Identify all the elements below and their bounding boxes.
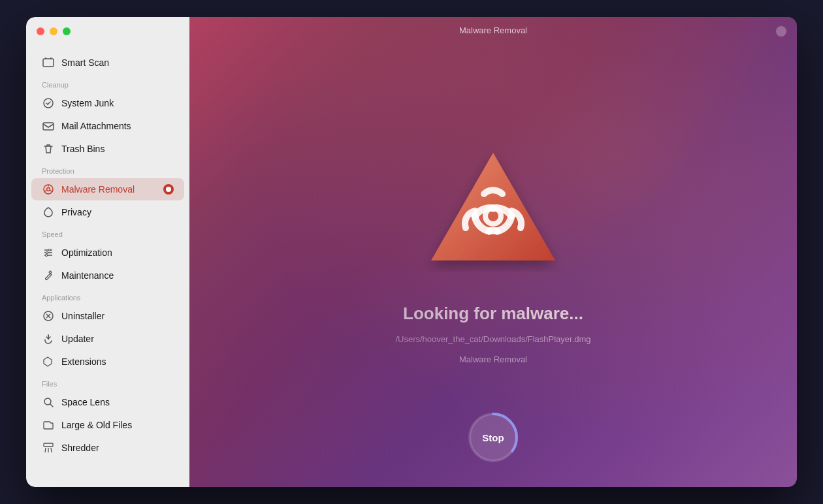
maintenance-label: Maintenance bbox=[61, 270, 174, 281]
system-junk-icon bbox=[42, 97, 55, 110]
mail-attachments-label: Mail Attachments bbox=[61, 121, 174, 131]
sidebar-item-mail-attachments[interactable]: Mail Attachments bbox=[31, 115, 184, 137]
svg-point-15 bbox=[46, 255, 48, 257]
main-window: Smart Scan Cleanup System Junk Mail Atta… bbox=[26, 17, 797, 487]
status-text: Looking for malware... bbox=[403, 304, 583, 324]
sidebar-item-extensions[interactable]: Extensions bbox=[31, 351, 184, 373]
svg-rect-21 bbox=[44, 443, 53, 447]
biohazard-icon-container bbox=[421, 143, 565, 280]
section-protection: Protection bbox=[26, 161, 189, 178]
biohazard-icon bbox=[421, 143, 565, 274]
main-content: Malware Removal bbox=[189, 17, 797, 487]
svg-rect-0 bbox=[43, 59, 54, 67]
maximize-button[interactable] bbox=[63, 27, 71, 35]
module-label: Malware Removal bbox=[459, 354, 527, 364]
malware-icon bbox=[42, 183, 55, 196]
svg-line-20 bbox=[50, 404, 53, 407]
malware-badge bbox=[163, 184, 174, 195]
malware-removal-label: Malware Removal bbox=[61, 184, 157, 195]
section-cleanup: Cleanup bbox=[26, 74, 189, 91]
system-junk-label: System Junk bbox=[61, 98, 174, 108]
large-files-icon bbox=[42, 418, 55, 432]
sidebar: Smart Scan Cleanup System Junk Mail Atta… bbox=[26, 17, 189, 487]
sidebar-item-system-junk[interactable]: System Junk bbox=[31, 92, 184, 114]
sidebar-item-updater[interactable]: Updater bbox=[31, 328, 184, 350]
trash-bins-label: Trash Bins bbox=[61, 144, 174, 154]
section-applications: Applications bbox=[26, 287, 189, 304]
section-files: Files bbox=[26, 373, 189, 390]
svg-point-13 bbox=[46, 252, 48, 254]
traffic-lights bbox=[37, 27, 71, 35]
stop-button-container: Stop bbox=[470, 414, 517, 461]
file-path: /Users/hoover_the_cat/Downloads/FlashPla… bbox=[395, 334, 590, 344]
stop-button[interactable]: Stop bbox=[470, 414, 517, 461]
sidebar-item-space-lens[interactable]: Space Lens bbox=[31, 391, 184, 413]
space-lens-label: Space Lens bbox=[61, 397, 174, 407]
extensions-label: Extensions bbox=[61, 356, 174, 367]
sidebar-item-maintenance[interactable]: Maintenance bbox=[31, 264, 184, 287]
optimization-icon bbox=[42, 246, 55, 259]
sidebar-item-large-old-files[interactable]: Large & Old Files bbox=[31, 414, 184, 436]
sidebar-item-optimization[interactable]: Optimization bbox=[31, 242, 184, 264]
shredder-icon bbox=[42, 441, 55, 454]
svg-line-22 bbox=[45, 448, 46, 452]
titlebar bbox=[26, 17, 797, 46]
svg-point-6 bbox=[47, 188, 50, 191]
svg-line-9 bbox=[45, 191, 46, 191]
smart-scan-label: Smart Scan bbox=[61, 57, 174, 68]
section-speed: Speed bbox=[26, 224, 189, 241]
uninstaller-label: Uninstaller bbox=[61, 311, 174, 321]
shredder-label: Shredder bbox=[61, 443, 174, 453]
sidebar-item-malware-removal[interactable]: Malware Removal bbox=[31, 178, 184, 200]
svg-line-8 bbox=[50, 191, 52, 191]
progress-ring bbox=[467, 411, 519, 464]
sidebar-item-shredder[interactable]: Shredder bbox=[31, 437, 184, 459]
extensions-icon bbox=[42, 355, 55, 368]
sidebar-item-uninstaller[interactable]: Uninstaller bbox=[31, 305, 184, 327]
maintenance-icon bbox=[42, 269, 55, 282]
space-lens-icon bbox=[42, 396, 55, 409]
sidebar-item-smart-scan[interactable]: Smart Scan bbox=[31, 52, 184, 74]
sidebar-item-trash-bins[interactable]: Trash Bins bbox=[31, 138, 184, 160]
privacy-label: Privacy bbox=[61, 207, 174, 217]
content-area: Looking for malware... /Users/hoover_the… bbox=[395, 143, 590, 364]
minimize-button[interactable] bbox=[50, 27, 57, 35]
svg-line-24 bbox=[51, 448, 52, 452]
smart-scan-icon bbox=[42, 56, 55, 69]
mail-icon bbox=[42, 119, 55, 133]
updater-icon bbox=[42, 332, 55, 345]
privacy-icon bbox=[42, 206, 55, 219]
trash-icon bbox=[42, 142, 55, 155]
updater-label: Updater bbox=[61, 334, 174, 344]
svg-rect-4 bbox=[43, 123, 54, 130]
svg-point-14 bbox=[49, 249, 51, 251]
sidebar-item-privacy[interactable]: Privacy bbox=[31, 201, 184, 223]
close-button[interactable] bbox=[37, 27, 44, 35]
uninstaller-icon bbox=[42, 309, 55, 323]
large-old-files-label: Large & Old Files bbox=[61, 420, 174, 430]
optimization-label: Optimization bbox=[61, 247, 174, 258]
